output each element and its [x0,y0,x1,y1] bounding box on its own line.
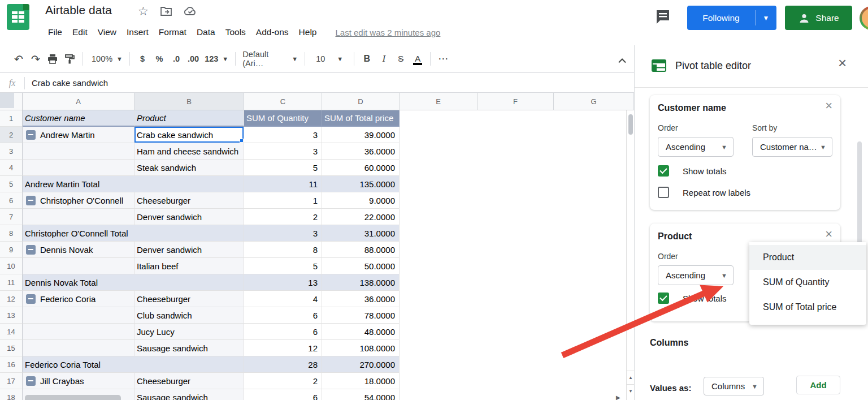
menu-item-add-ons[interactable]: Add-ons [251,25,294,40]
quantity-cell[interactable]: 3 [244,127,322,143]
quantity-cell[interactable]: 1 [244,192,322,209]
quantity-cell[interactable]: 6 [244,324,322,340]
row-header-17[interactable]: 17 [0,373,23,389]
product-cell[interactable]: Italian beef [134,258,244,274]
scroll-down-button[interactable]: ▼ [627,384,635,397]
product-cell[interactable]: Steak sandwich [134,160,244,176]
product-cell[interactable]: Sausage sandwich [134,389,244,400]
show-totals-checkbox[interactable] [658,165,669,177]
product-cell[interactable]: Crab cake sandwich [134,127,244,143]
column-header-E[interactable]: E [400,93,478,110]
menu-item-view[interactable]: View [93,25,121,40]
move-folder-icon[interactable] [160,6,172,16]
column-header-C[interactable]: C [244,93,322,110]
customer-cell[interactable]: Christopher O'Connell [23,192,134,209]
price-cell[interactable]: 88.0000 [322,242,400,258]
quantity-cell[interactable]: 5 [244,258,322,274]
price-cell[interactable]: 108.0000 [322,340,400,356]
sort-menu-item-2[interactable]: SUM of Total price [749,295,866,320]
menu-item-tools[interactable]: Tools [220,25,251,40]
quantity-cell[interactable]: 8 [244,242,322,258]
italic-button[interactable]: I [375,50,392,67]
customer-cell[interactable] [23,160,134,176]
customer-cell[interactable] [23,307,134,324]
row-header-11[interactable]: 11 [0,274,23,291]
row-header-3[interactable]: 3 [0,143,23,160]
price-cell[interactable]: 54.0000 [322,389,400,400]
price-cell[interactable]: 31.0000 [322,225,400,242]
menu-item-format[interactable]: Format [154,25,192,40]
quantity-cell[interactable]: 13 [244,274,322,291]
quantity-cell[interactable]: 4 [244,291,322,307]
customer-cell[interactable]: Federico Coria [23,291,134,307]
row-header-6[interactable]: 6 [0,192,23,209]
collapse-group-button[interactable] [26,130,36,140]
font-select[interactable]: Default (Ari…▼ [240,50,301,67]
values-as-select[interactable]: Columns▼ [704,377,764,395]
scroll-up-button[interactable]: ▲ [627,371,635,384]
menu-item-file[interactable]: File [43,25,67,40]
row-header-15[interactable]: 15 [0,340,23,356]
order-select[interactable]: Ascending▼ [658,137,734,157]
product-cell[interactable]: Cheeseburger [134,291,244,307]
menu-item-help[interactable]: Help [294,25,322,40]
sheets-logo-icon[interactable] [7,4,29,30]
total-label-cell[interactable]: Andrew Martin Total [23,176,244,192]
price-cell[interactable]: 60.0000 [322,160,400,176]
customer-cell[interactable]: Dennis Novak [23,242,134,258]
panel-close-icon[interactable]: × [838,55,847,70]
row-header-9[interactable]: 9 [0,242,23,258]
price-cell[interactable]: 36.0000 [322,143,400,160]
price-cell[interactable]: 138.0000 [322,274,400,291]
row-header-4[interactable]: 4 [0,160,23,176]
repeat-row-labels-row[interactable]: Repeat row labels [658,187,750,198]
row-header-10[interactable]: 10 [0,258,23,274]
horizontal-scrollbar[interactable] [25,395,121,400]
quantity-cell[interactable]: 11 [244,176,322,192]
customer-cell[interactable]: Jill Craybas [23,373,134,389]
collapse-group-button[interactable] [26,196,36,205]
quantity-cell[interactable]: 3 [244,143,322,160]
menu-item-insert[interactable]: Insert [121,25,154,40]
print-icon[interactable] [44,50,61,67]
row-header-16[interactable]: 16 [0,356,23,373]
strikethrough-button[interactable]: S [392,50,409,67]
product-cell[interactable]: Sausage sandwich [134,340,244,356]
product-cell[interactable]: Jucy Lucy [134,324,244,340]
quantity-cell[interactable]: 28 [244,356,322,373]
customer-cell[interactable] [23,143,134,160]
cloud-saved-icon[interactable] [184,6,197,16]
cell-c1[interactable]: SUM of Quantity [244,110,322,127]
comments-icon[interactable] [654,9,671,25]
column-header-F[interactable]: F [478,93,554,110]
remove-field-icon[interactable]: × [825,100,832,112]
price-cell[interactable]: 50.0000 [322,258,400,274]
remove-field-icon[interactable]: × [825,228,832,240]
column-header-B[interactable]: B [134,93,244,110]
row-header-8[interactable]: 8 [0,225,23,242]
vertical-scrollbar-thumb[interactable] [628,114,633,135]
collapse-toolbar-icon[interactable] [614,52,631,69]
zoom-select[interactable]: 100%▼ [89,50,125,67]
show-totals-row[interactable]: Show totals [658,293,727,304]
customer-cell[interactable] [23,340,134,356]
star-icon[interactable]: ☆ [138,5,149,18]
collapse-group-button[interactable] [26,294,36,304]
customer-cell[interactable]: Andrew Martin [23,127,134,143]
fill-handle[interactable] [240,139,244,143]
text-color-button[interactable]: A [409,50,426,67]
customer-cell[interactable] [23,209,134,225]
price-cell[interactable]: 78.0000 [322,307,400,324]
price-cell[interactable]: 48.0000 [322,324,400,340]
sort-menu-item-0[interactable]: Product [749,245,866,270]
product-cell[interactable]: Cheeseburger [134,373,244,389]
row-header-5[interactable]: 5 [0,176,23,192]
customer-cell[interactable] [23,258,134,274]
product-cell[interactable]: Denver sandwich [134,242,244,258]
row-header-7[interactable]: 7 [0,209,23,225]
row-header-12[interactable]: 12 [0,291,23,307]
quantity-cell[interactable]: 5 [244,160,322,176]
column-header-D[interactable]: D [322,93,400,110]
sort-menu-item-1[interactable]: SUM of Quantity [749,270,866,295]
last-edit-link[interactable]: Last edit was 2 minutes ago [335,28,440,37]
